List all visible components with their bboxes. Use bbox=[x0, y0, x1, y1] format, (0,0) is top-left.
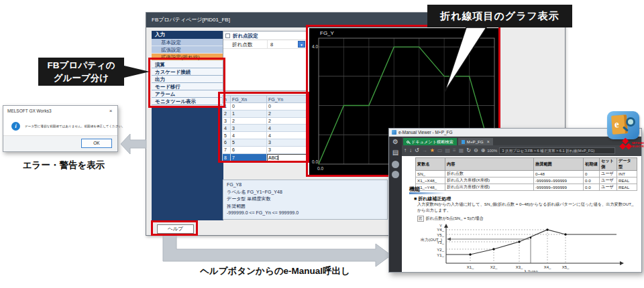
zoom-level: 100% bbox=[487, 149, 497, 153]
table-cell[interactable]: 4 bbox=[267, 125, 307, 132]
up-arrow-icon[interactable]: ↑ bbox=[404, 145, 407, 156]
sidebar-group-item[interactable]: モニタツール表示 bbox=[152, 98, 223, 105]
table-row[interactable]: 763 bbox=[223, 146, 307, 153]
logo-text: MITSUBISHI ELECTRIC bbox=[632, 141, 644, 149]
callout-line2: グループ分け bbox=[38, 72, 124, 85]
list-view-icon[interactable]: ≡ bbox=[453, 145, 456, 156]
table-row[interactable]: 100 bbox=[223, 103, 307, 111]
document-tab-icon bbox=[462, 140, 465, 144]
table-cell[interactable]: 0 bbox=[267, 103, 307, 111]
table-cell[interactable]: 1 bbox=[223, 103, 231, 111]
table-cell[interactable]: 5 bbox=[223, 132, 231, 139]
sidebar-group-item[interactable]: カスケード接続 bbox=[152, 68, 223, 76]
table-cell[interactable]: 6 bbox=[223, 139, 231, 146]
table-row[interactable]: 87ABC bbox=[223, 153, 307, 161]
variable-table-header: 変数名 bbox=[416, 158, 445, 171]
zoom-in-icon[interactable]: ⊕ bbox=[481, 145, 486, 156]
table-cell[interactable]: 1 bbox=[231, 110, 267, 117]
sidebar-group-item[interactable]: モード移行 bbox=[152, 83, 223, 90]
table-row[interactable]: 434 bbox=[223, 125, 307, 132]
table-cell[interactable]: 7 bbox=[231, 153, 267, 161]
document-icon[interactable]: ▤ bbox=[389, 147, 402, 158]
table-cell[interactable]: 4 bbox=[267, 132, 307, 139]
breakpoint-count-label: 折れ点数 bbox=[223, 40, 268, 48]
breakpoint-count-row[interactable]: 折れ点数 8 ▼ bbox=[223, 40, 306, 49]
table-cell[interactable]: 2 bbox=[231, 117, 267, 125]
figure-x3-label: X3_ bbox=[516, 265, 523, 269]
table-cell[interactable]: 2 bbox=[223, 110, 231, 117]
split-view-icon[interactable]: ▦ bbox=[459, 145, 464, 156]
comment-icon[interactable]: ▭ bbox=[437, 145, 443, 156]
table-cell[interactable]: 7 bbox=[223, 146, 231, 153]
label-info-panel: FG_Y8ラベル名 FG_Y1~FG_Y48データ型 単精度実数推奨範囲 -99… bbox=[223, 179, 388, 220]
table-row[interactable]: 653 bbox=[223, 139, 307, 146]
nav-circle-icon[interactable] bbox=[392, 171, 399, 178]
emanual-titlebar[interactable]: e-Manual Viewer - M+P_FG bbox=[389, 129, 641, 137]
table-cell[interactable]: ABC bbox=[267, 153, 307, 161]
edit-cell-input[interactable]: ABC bbox=[267, 154, 307, 161]
table-column-header: FG_Xn bbox=[231, 96, 267, 103]
favorite-star-icon[interactable]: ★ bbox=[430, 145, 435, 156]
table-cell[interactable]: 4 bbox=[231, 132, 267, 139]
variable-table-row: X1_~X48_折れ点入力座標(X座標)-999999~9999990.0ユーザ… bbox=[416, 177, 637, 184]
gear-icon[interactable]: ⚙ bbox=[389, 137, 402, 147]
tab-document-search[interactable]: ドキュメント横断検索 bbox=[403, 138, 457, 145]
sidebar-sub-item[interactable]: 拡張設定 bbox=[152, 46, 223, 54]
variable-table-cell: 折れ点出力座標(Y座標) bbox=[445, 184, 534, 191]
forward-icon[interactable]: → bbox=[422, 145, 427, 156]
figure-x2-label: X2_ bbox=[490, 265, 498, 269]
table-cell[interactable]: 2 bbox=[267, 110, 307, 117]
sidebar-sub-item[interactable]: 基本設定 bbox=[152, 39, 223, 46]
sidebar-empty-area bbox=[152, 106, 223, 220]
collapse-icon[interactable] bbox=[225, 33, 230, 38]
table-cell[interactable]: 3 bbox=[231, 125, 267, 132]
refresh-icon[interactable]: ↻ bbox=[466, 145, 471, 156]
sidebar-group-item[interactable]: 演算 bbox=[152, 61, 223, 68]
table-column-header: FG_Yn bbox=[267, 96, 307, 103]
variable-table-cell: SN_ bbox=[416, 171, 445, 177]
table-cell[interactable]: 6 bbox=[231, 146, 267, 153]
table-row[interactable]: 212 bbox=[223, 110, 307, 117]
breadcrumb: 3 汎用プロセスFB > 6 補正演算 > 6.1 折れ線(M+P_FG) bbox=[499, 147, 615, 154]
graph-title: FG_Y bbox=[320, 30, 334, 36]
sidebar-group-item[interactable]: 出力 bbox=[152, 76, 223, 83]
table-cell[interactable]: 3 bbox=[223, 117, 231, 125]
figure-y2-label: Y2_ bbox=[437, 248, 444, 252]
breakpoint-table: nFG_XnFG_Yn10021232243454465376387ABC bbox=[222, 95, 307, 162]
table-row[interactable]: 544 bbox=[223, 132, 307, 139]
sidebar-sub-item[interactable]: 拡張設定(折れ線) bbox=[152, 54, 223, 61]
sidebar-group-item[interactable]: アラーム bbox=[152, 90, 223, 98]
chevron-down-icon[interactable]: ▼ bbox=[298, 41, 305, 48]
sidebar-header-input[interactable]: 入力 bbox=[152, 31, 223, 39]
x-axis-min-label: 0.0 bbox=[317, 166, 323, 171]
zoom-out-icon[interactable]: ⊖ bbox=[474, 145, 478, 156]
down-arrow-icon[interactable]: ↓ bbox=[409, 145, 412, 156]
table-row[interactable]: 322 bbox=[223, 117, 307, 125]
section-heading-underline bbox=[409, 192, 445, 194]
table-cell[interactable]: 2 bbox=[267, 117, 307, 125]
variable-table-cell: 折れ点数 bbox=[445, 171, 534, 177]
nav-circle-icon[interactable] bbox=[392, 161, 399, 168]
table-cell[interactable]: 8 bbox=[223, 153, 231, 161]
table-cell[interactable]: 5 bbox=[231, 139, 267, 146]
close-icon[interactable]: × bbox=[107, 107, 115, 115]
table-cell[interactable]: 3 bbox=[267, 146, 307, 153]
text-caret bbox=[278, 155, 278, 160]
info-line: ラベル名 FG_Y1~FG_Y48 bbox=[227, 189, 384, 196]
table-column-header: n bbox=[223, 96, 231, 103]
table-cell[interactable]: 3 bbox=[267, 139, 307, 146]
help-button[interactable]: ヘルプ bbox=[157, 224, 194, 234]
table-cell[interactable]: 0 bbox=[231, 103, 267, 111]
tab-doc-label: M+P_FG bbox=[467, 138, 484, 145]
variable-table-cell: -999999~999999 bbox=[534, 184, 584, 191]
figure-x5-label: X5_ bbox=[562, 265, 570, 269]
table-cell[interactable]: 4 bbox=[223, 125, 231, 132]
page-view-icon[interactable]: ▤ bbox=[445, 145, 450, 156]
ok-button[interactable]: OK bbox=[81, 139, 112, 148]
dialog-message: データ型に適切な初期値ではありません。初期値を修正してください。 bbox=[25, 125, 117, 128]
close-icon[interactable]: × bbox=[487, 138, 490, 145]
property-category-row[interactable]: 折れ点設定 bbox=[223, 31, 306, 40]
back-icon[interactable]: ↺ bbox=[415, 145, 419, 156]
tab-document[interactable]: M+P_FG × bbox=[458, 138, 493, 145]
breakpoint-count-value[interactable]: 8 ▼ bbox=[268, 40, 306, 48]
